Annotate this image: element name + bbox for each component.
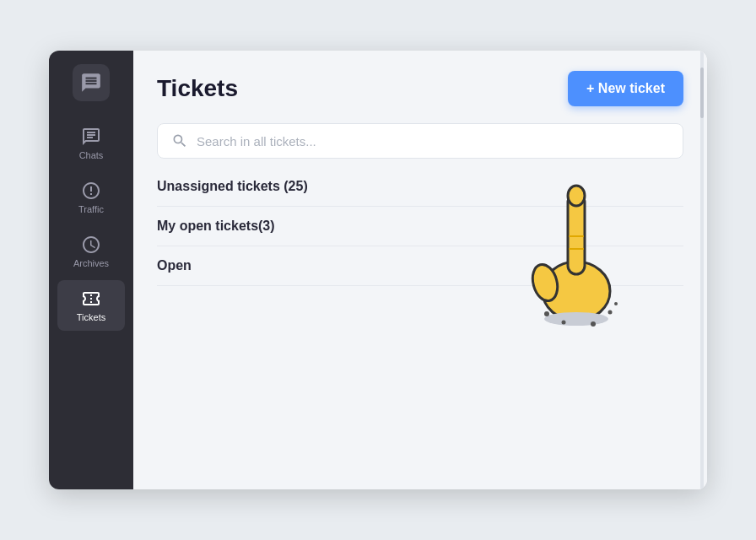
svg-point-6 <box>544 312 608 326</box>
svg-point-7 <box>544 311 549 316</box>
svg-point-11 <box>614 302 618 305</box>
ticket-list: Unassigned tickets (25) My open tickets(… <box>157 179 683 286</box>
scrollbar-thumb[interactable] <box>700 68 704 118</box>
sidebar-item-archives-label: Archives <box>73 258 109 268</box>
sidebar-item-traffic[interactable]: Traffic <box>57 172 125 223</box>
search-input[interactable] <box>197 134 669 148</box>
archives-icon <box>81 235 101 255</box>
main-content: Tickets + New ticket Unassigned tickets … <box>133 51 707 489</box>
app-container: Chats Traffic Archives Tickets Tickets +… <box>49 51 707 489</box>
sidebar: Chats Traffic Archives Tickets <box>49 51 133 489</box>
chat-icon <box>81 127 101 147</box>
sidebar-item-chats-label: Chats <box>79 150 104 160</box>
my-open-tickets-section[interactable]: My open tickets(3) <box>157 207 683 246</box>
search-icon <box>171 132 188 149</box>
svg-point-10 <box>608 310 613 315</box>
traffic-icon <box>81 181 101 201</box>
sidebar-item-tickets-label: Tickets <box>77 312 105 322</box>
page-title: Tickets <box>157 75 238 102</box>
new-ticket-button[interactable]: + New ticket <box>568 71 683 106</box>
unassigned-tickets-label: Unassigned tickets (25) <box>157 179 308 193</box>
scrollbar-track <box>700 51 704 489</box>
main-header: Tickets + New ticket <box>157 71 683 106</box>
logo-icon <box>73 64 110 101</box>
svg-point-8 <box>562 321 566 325</box>
sidebar-item-archives[interactable]: Archives <box>57 226 125 277</box>
logo-svg <box>80 72 102 94</box>
my-open-tickets-label: My open tickets(3) <box>157 219 275 233</box>
sidebar-item-traffic-label: Traffic <box>78 204 104 214</box>
search-bar <box>157 123 683 159</box>
open-tickets-label: Open <box>157 258 192 273</box>
open-tickets-section[interactable]: Open <box>157 246 683 286</box>
unassigned-tickets-section[interactable]: Unassigned tickets (25) <box>157 179 683 207</box>
sidebar-item-chats[interactable]: Chats <box>57 118 125 169</box>
sidebar-item-tickets[interactable]: Tickets <box>57 280 125 331</box>
tickets-icon <box>81 289 101 309</box>
svg-point-9 <box>591 321 596 327</box>
